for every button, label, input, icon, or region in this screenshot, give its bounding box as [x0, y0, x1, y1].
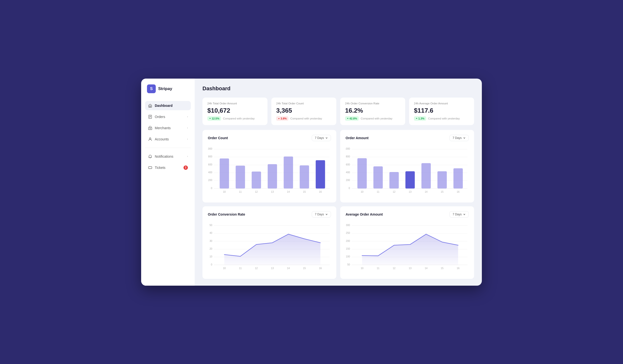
stat-compare-3: Compared with yesterday — [428, 117, 460, 120]
stat-label-3: 24h Average Order Amount — [414, 102, 469, 105]
accounts-icon — [148, 137, 152, 141]
chart-filter-order-amount[interactable]: 7 Days — [449, 135, 469, 141]
stat-card-avg-amount: 24h Average Order Amount $117.6 1.3% Com… — [409, 98, 474, 125]
chart-title-conversion: Order Conversion Rate — [208, 213, 245, 216]
svg-text:10: 10 — [223, 267, 226, 270]
svg-text:600: 600 — [346, 163, 350, 166]
stat-value-2: 16.2% — [345, 107, 400, 114]
svg-text:400: 400 — [346, 171, 350, 174]
stat-badge-0: 12.5% — [207, 116, 221, 121]
nav-divider — [145, 148, 191, 148]
svg-text:300: 300 — [346, 224, 350, 226]
svg-rect-26 — [316, 160, 325, 188]
sidebar-item-notifications[interactable]: Notifications › — [145, 152, 191, 161]
merchants-chevron-icon: › — [187, 127, 188, 129]
svg-text:13: 13 — [271, 267, 274, 270]
sidebar-item-orders[interactable]: Orders › — [145, 112, 191, 121]
svg-rect-47 — [373, 166, 382, 188]
accounts-chevron-icon: › — [187, 138, 188, 140]
svg-text:15: 15 — [303, 267, 306, 270]
svg-text:13: 13 — [409, 267, 412, 270]
svg-text:15: 15 — [303, 191, 306, 193]
page-title: Dashboard — [202, 86, 474, 92]
chart-canvas-conversion: 50 40 30 20 10 0 — [208, 221, 331, 275]
stat-value-0: $10,672 — [207, 107, 263, 114]
charts-grid: Order Count 7 Days 1000 800 600 400 200 — [202, 130, 474, 279]
svg-rect-22 — [252, 171, 261, 188]
chart-order-count: Order Count 7 Days 1000 800 600 400 200 — [202, 130, 336, 202]
sidebar-label-orders: Orders — [155, 115, 165, 119]
stat-label-1: 24h Total Order Count — [276, 102, 332, 105]
stat-badge-1: 3.8% — [276, 116, 288, 121]
stat-card-order-count: 24h Total Order Count 3,365 3.8% Compare… — [271, 98, 336, 125]
stat-value-3: $117.6 — [414, 107, 469, 114]
svg-text:16: 16 — [319, 191, 322, 193]
sidebar-item-merchants[interactable]: Merchants › — [145, 123, 191, 133]
svg-marker-92 — [362, 234, 458, 265]
svg-text:12: 12 — [393, 267, 396, 270]
svg-text:12: 12 — [255, 267, 258, 270]
svg-text:15: 15 — [441, 267, 444, 270]
tickets-icon — [148, 166, 152, 170]
svg-text:11: 11 — [377, 191, 380, 193]
svg-rect-49 — [405, 171, 415, 188]
svg-rect-23 — [268, 164, 277, 188]
svg-text:11: 11 — [377, 267, 380, 270]
stats-grid: 24h Total Order Amount $10,672 12.5% Com… — [202, 98, 474, 125]
chart-filter-conversion[interactable]: 7 Days — [312, 211, 331, 217]
merchants-icon — [148, 126, 152, 130]
sidebar-item-dashboard[interactable]: Dashboard — [145, 101, 191, 110]
svg-rect-46 — [357, 158, 367, 188]
chart-conversion-rate: Order Conversion Rate 7 Days 50 40 30 20… — [202, 206, 336, 279]
stat-compare-2: Compared with yesterday — [361, 117, 392, 120]
svg-text:16: 16 — [319, 267, 322, 270]
svg-text:200: 200 — [346, 239, 350, 242]
svg-text:14: 14 — [425, 267, 428, 270]
svg-text:0: 0 — [349, 187, 350, 189]
stat-badge-2: 42.8% — [345, 116, 359, 121]
chart-canvas-order-count: 1000 800 600 400 200 0 — [208, 145, 331, 198]
svg-text:0: 0 — [211, 187, 212, 189]
svg-text:1000: 1000 — [346, 147, 350, 150]
svg-text:50: 50 — [210, 224, 212, 226]
chart-filter-order-count[interactable]: 7 Days — [312, 135, 331, 141]
stat-card-conversion-rate: 24h Order Conversion Rate 16.2% 42.8% Co… — [340, 98, 405, 125]
logo-letter: S — [150, 87, 153, 91]
svg-text:10: 10 — [223, 191, 226, 193]
chart-filter-avg-amount[interactable]: 7 Days — [449, 211, 469, 217]
chart-order-amount: Order Amount 7 Days 1000 800 600 400 200… — [340, 130, 474, 202]
svg-marker-72 — [224, 234, 320, 265]
notifications-chevron-icon: › — [187, 155, 188, 158]
svg-text:14: 14 — [287, 191, 290, 193]
app-container: S Stripay Dashboard — [141, 79, 482, 286]
svg-text:14: 14 — [287, 267, 290, 270]
sidebar-label-accounts: Accounts — [155, 137, 169, 141]
orders-icon — [148, 115, 152, 119]
svg-text:11: 11 — [239, 267, 242, 270]
svg-text:800: 800 — [208, 155, 212, 158]
svg-text:50: 50 — [347, 263, 350, 266]
svg-text:13: 13 — [409, 191, 412, 193]
chart-title-order-amount: Order Amount — [346, 136, 368, 140]
logo-icon: S — [147, 85, 156, 93]
svg-rect-5 — [150, 128, 151, 129]
svg-text:11: 11 — [239, 191, 242, 193]
sidebar-item-tickets[interactable]: Tickets 2 — [145, 163, 191, 172]
sidebar-item-accounts[interactable]: Accounts › — [145, 134, 191, 144]
sidebar-label-notifications: Notifications — [155, 154, 173, 158]
stat-compare-0: Compared with yesterday — [223, 117, 255, 120]
stat-label-0: 24h Total Order Amount — [207, 102, 263, 105]
home-icon — [148, 103, 152, 108]
svg-text:30: 30 — [210, 239, 212, 242]
chart-title-order-count: Order Count — [208, 136, 228, 140]
svg-text:14: 14 — [425, 191, 428, 193]
svg-text:100: 100 — [346, 255, 350, 258]
svg-text:15: 15 — [441, 191, 444, 193]
sidebar: S Stripay Dashboard — [141, 79, 195, 286]
svg-rect-21 — [236, 166, 245, 188]
logo: S Stripay — [145, 85, 191, 93]
notifications-icon — [148, 154, 152, 159]
svg-text:16: 16 — [457, 267, 460, 270]
svg-text:20: 20 — [210, 247, 212, 250]
svg-text:1000: 1000 — [208, 147, 212, 150]
